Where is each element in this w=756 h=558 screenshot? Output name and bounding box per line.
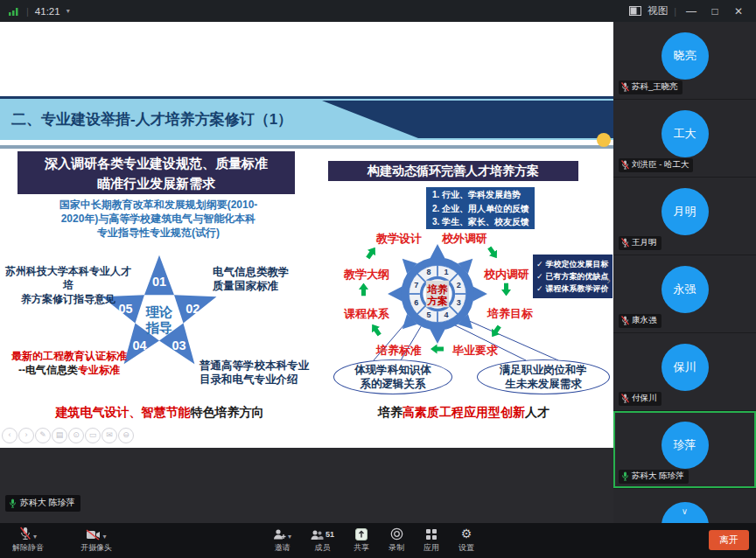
wheel-number-7: 7 [414, 281, 418, 289]
stage-speaker-badge: 苏科大 陈珍萍 [5, 495, 80, 512]
participant-name-badge: 苏科_王晓亮 [619, 80, 682, 94]
checklist-text: 学校定位发展目标 [546, 258, 609, 270]
star-label-top-right: 电气信息类教学 质量国家标准 [213, 265, 312, 293]
camera-on-button[interactable]: ▾ 开摄像头 [80, 527, 112, 554]
settings-label: 设置 [458, 542, 474, 554]
star-center-line2: 指导 [145, 320, 172, 335]
star-label-tl-1: 苏州科技大学本科专业人才培 [2, 264, 135, 292]
participant-name-badge: 苏科大 陈珍萍 [619, 470, 689, 484]
star-number-03: 03 [172, 338, 186, 352]
mic-on-icon [9, 499, 17, 508]
invite-label: 邀请 [275, 542, 290, 554]
cycle-wheel-diagram: 1 2 3 4 5 6 7 8 培养 方案 [386, 242, 489, 345]
ellipse-right-line1: 满足职业岗位和学 [478, 363, 609, 377]
right-footer-line: 培养高素质工程应用型创新人才 [319, 405, 608, 421]
star-label-br-2: 目录和电气专业介绍 [200, 373, 315, 387]
checklist-text: 课程体系教学评价 [546, 282, 609, 295]
invite-button[interactable]: ▾ 邀请 [273, 527, 291, 554]
banner-underline [0, 145, 613, 149]
caret-icon[interactable]: ▾ [102, 533, 106, 541]
window-titlebar: | 41:21 ▾ 视图 | — □ ✕ [0, 0, 756, 22]
avatar: 保川 [662, 344, 709, 391]
right-footer-pre: 培养 [378, 405, 402, 419]
members-button[interactable]: 51 成员 [311, 527, 334, 554]
checklist-text: 已有方案的优缺点 [546, 270, 609, 282]
caret-icon[interactable]: ▾ [288, 533, 291, 541]
avatar: 珍萍 [662, 422, 709, 469]
participant-tile[interactable]: 月明 王月明 [613, 178, 756, 255]
star-label-br-1: 普通高等学校本科专业 [200, 359, 315, 373]
feedback-item: 1. 行业、学科发展趋势 [432, 188, 535, 202]
checklist-item: ✓已有方案的优缺点 [536, 270, 611, 282]
participant-name: 苏科大 陈珍萍 [632, 471, 684, 482]
right-header-box: 构建动态循环完善人才培养方案 [328, 161, 578, 181]
participant-tile-partial[interactable]: ∨ [613, 489, 756, 523]
feedback-item: 3. 学生、家长、校友反馈 [432, 215, 535, 229]
cycle-label-training-standard: 培养标准 [371, 343, 427, 359]
participant-tile-active-speaker[interactable]: 珍萍 苏科大 陈珍萍 [613, 411, 756, 488]
ellipse-left-line2: 系的逻辑关系 [334, 377, 452, 391]
sidebar-collapse-chevron[interactable]: › [604, 262, 613, 297]
mic-muted-icon [621, 238, 629, 248]
leave-meeting-button[interactable]: 离开 [709, 530, 749, 550]
mic-muted-icon [621, 316, 629, 325]
stage-speaker-name: 苏科大 陈珍萍 [20, 497, 75, 509]
star-label-bl-2: --电气信息类专业标准 [2, 363, 136, 377]
meeting-window: | 41:21 ▾ 视图 | — □ ✕ 二、专业建设举措-人才培养方案修订（1… [0, 0, 756, 558]
star-number-02: 02 [186, 302, 200, 316]
slide-title: 二、专业建设举措-人才培养方案修订（1） [11, 99, 501, 140]
pen-icon: ✎ [35, 428, 51, 443]
feedback-list-box: 1. 行业、学科发展趋势 2. 企业、用人单位的反馈 3. 学生、家长、校友反馈 [426, 187, 535, 229]
wheel-number-2: 2 [457, 281, 461, 289]
star-center-line1: 理论 [145, 304, 173, 319]
cycle-label-internal-survey: 校内调研 [479, 267, 535, 282]
wheel-center-line2: 方案 [426, 295, 448, 307]
avatar: 晓亮 [662, 32, 709, 80]
subtitle-icon: ✉ [102, 428, 117, 443]
members-icon [311, 529, 324, 541]
star-label-tr-2: 质量国家标准 [213, 279, 312, 293]
apps-button[interactable]: 应用 [424, 527, 439, 554]
participant-tile[interactable]: 保川 付保川 [613, 333, 756, 410]
wheel-number-5: 5 [426, 310, 430, 319]
timer-caret-icon[interactable]: ▾ [66, 7, 70, 15]
mic-muted-icon [19, 527, 32, 541]
star-label-bottom-right: 普通高等学校本科专业 目录和电气专业介绍 [200, 359, 315, 387]
record-button[interactable]: 录制 [388, 527, 404, 554]
minimize-button[interactable]: — [682, 5, 700, 17]
ellipse-left-line1: 体现学科知识体 [334, 363, 452, 377]
caret-icon[interactable]: ▾ [33, 533, 37, 541]
chevron-down-icon: ∨ [682, 506, 688, 516]
left-footer-red: 建筑电气设计、智慧节能 [56, 405, 191, 419]
invite-person-icon [273, 528, 286, 541]
slides-grid-icon: ▤ [52, 428, 67, 443]
star-number-01: 01 [152, 275, 166, 289]
wheel-number-3: 3 [457, 298, 461, 307]
check-icon: ✓ [536, 270, 543, 282]
meeting-timer: 41:21 [35, 6, 60, 17]
wheel-number-4: 4 [444, 310, 449, 319]
participant-tile[interactable]: 永强 康永强 [613, 255, 756, 332]
unmute-button[interactable]: ▾ 解除静音 [12, 527, 44, 554]
settings-button[interactable]: ⚙ 设置 [458, 527, 474, 554]
participant-name-badge: 付保川 [619, 392, 662, 406]
share-screen-icon [355, 528, 368, 541]
apps-grid-icon [425, 528, 438, 541]
camera-label: 开摄像头 [80, 542, 112, 554]
check-icon: ✓ [536, 282, 543, 295]
participant-tile[interactable]: 工大 刘洪臣 - 哈工大 [613, 100, 756, 177]
right-footer-red: 高素质工程应用型创新 [402, 405, 525, 419]
decorative-circle [597, 133, 611, 147]
share-screen-button[interactable]: 共享 [354, 527, 369, 554]
participant-tile[interactable]: 晓亮 苏科_王晓亮 [613, 22, 756, 99]
display-icon: ▭ [85, 428, 101, 443]
maximize-button[interactable]: □ [706, 5, 724, 17]
close-button[interactable]: ✕ [730, 5, 747, 17]
view-button[interactable]: 视图 [648, 4, 668, 17]
star-label-tr-1: 电气信息类教学 [213, 265, 312, 279]
shared-slide: 二、专业建设举措-人才培养方案修订（1） 深入调研各类专业建设规范、质量标准 瞄… [0, 22, 613, 448]
star-label-bl-2a: --电气信息类 [18, 364, 78, 376]
left-header-line1: 深入调研各类专业建设规范、质量标准 [18, 153, 295, 173]
star-label-bl-1: 最新的工程教育认证标准 [2, 349, 136, 363]
left-header-line2: 瞄准行业发展新需求 [18, 173, 295, 193]
